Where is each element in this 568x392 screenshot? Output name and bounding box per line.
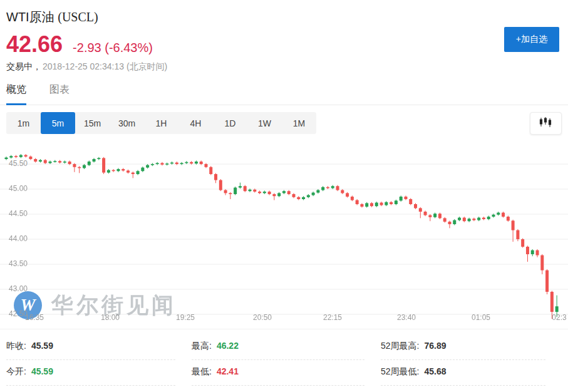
stat-value: 42.41 <box>217 366 239 376</box>
interval-button-5m[interactable]: 5m <box>41 112 75 134</box>
y-axis-label: 45.50 <box>9 159 28 168</box>
stat-value: 45.59 <box>31 341 53 351</box>
view-tabs: 概览图表 <box>0 83 568 105</box>
chart-toolbar: 1m5m15m30m1H4H1D1W1M <box>6 112 562 134</box>
interval-button-1D[interactable]: 1D <box>213 112 247 134</box>
instrument-code: (USCL) <box>58 10 98 24</box>
price-change: -2.93 (-6.43%) <box>73 41 153 55</box>
stat-cell: 最低:42.41 <box>192 360 364 386</box>
stat-label: 最低: <box>192 366 212 378</box>
y-axis-label: 44.50 <box>9 209 28 218</box>
stats-row: 昨收:45.59最高:46.2252周最高:76.89 <box>6 334 562 360</box>
stats-row: 今开:45.59最低:42.4152周最低:45.68 <box>6 360 562 386</box>
interval-button-4H[interactable]: 4H <box>178 112 213 134</box>
stat-cell: 昨收:45.59 <box>6 334 175 360</box>
stats-panel: 昨收:45.59最高:46.2252周最高:76.89今开:45.59最低:42… <box>6 334 562 386</box>
interval-selector: 1m5m15m30m1H4H1D1W1M <box>6 112 316 134</box>
stat-label: 52周最高: <box>381 341 419 352</box>
stat-value: 45.68 <box>424 366 446 376</box>
x-axis-label: 01:05 <box>472 313 490 322</box>
stat-label: 最高: <box>192 341 212 352</box>
current-price: 42.66 <box>6 33 63 56</box>
x-axis-label: 02:3 <box>552 313 566 322</box>
interval-button-1m[interactable]: 1m <box>6 112 41 134</box>
y-axis-label: 43.00 <box>9 284 28 293</box>
stat-label: 昨收: <box>6 341 26 352</box>
interval-button-1H[interactable]: 1H <box>144 112 178 134</box>
candlestick-icon <box>539 116 554 130</box>
instrument-header: WTI原油 (USCL) 42.66 -2.93 (-6.43%) 交易中，20… <box>0 0 568 73</box>
x-axis-label: 19:25 <box>176 313 195 322</box>
stat-cell: 52周最高:76.89 <box>381 334 545 360</box>
x-axis-label: 23:40 <box>397 313 416 322</box>
y-axis-label: 43.50 <box>9 259 28 268</box>
y-axis-label: 44.00 <box>9 234 28 243</box>
trading-status: 交易中， <box>6 61 41 71</box>
interval-button-1W[interactable]: 1W <box>247 112 282 134</box>
quote-timestamp: 2018-12-25 02:34:13 (北京时间) <box>43 61 167 71</box>
x-axis-label: 22:15 <box>323 313 342 322</box>
stat-cell: 最高:46.22 <box>192 334 364 360</box>
y-axis-label: 45.00 <box>9 184 28 193</box>
stat-cell: 今开:45.59 <box>6 360 175 386</box>
x-axis-label: 16:35 <box>25 313 44 322</box>
stat-label: 52周最低: <box>381 366 419 378</box>
interval-button-15m[interactable]: 15m <box>75 112 110 134</box>
chart-type-button[interactable] <box>530 112 562 135</box>
stat-cell: 52周最低:45.68 <box>381 360 545 386</box>
add-watchlist-button[interactable]: +加自选 <box>504 27 559 52</box>
x-axis-label: 18:00 <box>101 313 120 322</box>
candlestick-chart[interactable]: W 华尔街见闻 45.5045.0044.5044.0043.5043.0042… <box>0 145 568 329</box>
stat-label: 今开: <box>6 366 26 378</box>
page-title: WTI原油 (USCL) <box>6 9 568 26</box>
interval-button-1M[interactable]: 1M <box>282 112 316 134</box>
stat-value: 76.89 <box>424 341 446 351</box>
tab-概览[interactable]: 概览 <box>6 83 26 105</box>
x-axis-label: 20:50 <box>253 313 272 322</box>
stat-value: 46.22 <box>217 341 239 351</box>
tab-图表[interactable]: 图表 <box>49 83 70 105</box>
stat-value: 45.59 <box>31 366 53 376</box>
interval-button-30m[interactable]: 30m <box>110 112 144 134</box>
instrument-name: WTI原油 <box>6 10 54 24</box>
